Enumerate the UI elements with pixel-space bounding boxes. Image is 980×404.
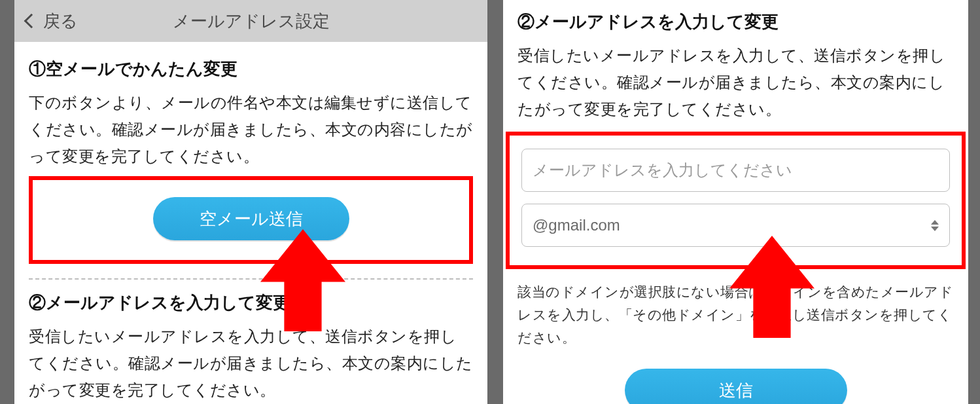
page-title: メールアドレス設定 <box>14 10 487 33</box>
section2-body-right: 受信したいメールアドレスを入力して、送信ボタンを押してください。確認メールが届き… <box>517 43 954 122</box>
screenshot-left: 戻る メールアドレス設定 ①空メールでかんたん変更 下のボタンより、メールの件名… <box>14 0 487 404</box>
section2-heading-left: ②メールアドレスを入力して変更 <box>29 291 473 314</box>
nav-header: 戻る メールアドレス設定 <box>14 0 487 42</box>
back-button[interactable]: 戻る <box>14 10 78 33</box>
section1-heading: ①空メールでかんたん変更 <box>29 58 473 81</box>
chevron-left-icon <box>24 14 39 29</box>
email-input[interactable] <box>521 149 950 192</box>
back-label: 戻る <box>43 10 78 33</box>
highlight-frame-2: @gmail.com <box>506 132 966 269</box>
screenshot-right: ②メールアドレスを入力して変更 受信したいメールアドレスを入力して、送信ボタンを… <box>503 0 968 404</box>
highlight-frame-1: 空メール送信 <box>29 176 473 264</box>
domain-select[interactable]: @gmail.com <box>521 204 950 247</box>
submit-button[interactable]: 送信 <box>625 369 847 404</box>
section2-body-left: 受信したいメールアドレスを入力して、送信ボタンを押してください。確認メールが届き… <box>29 323 473 403</box>
updown-icon <box>931 220 939 231</box>
send-blank-mail-button[interactable]: 空メール送信 <box>153 197 349 240</box>
section1-body: 下のボタンより、メールの件名や本文は編集せずに送信してください。確認メールが届き… <box>29 90 473 170</box>
section2-heading-right: ②メールアドレスを入力して変更 <box>517 10 954 33</box>
domain-note: 該当のドメインが選択肢にない場合はドメインを含めたメールアドレスを入力し、「その… <box>503 281 968 349</box>
domain-selected-value: @gmail.com <box>533 216 620 234</box>
content-area-right: ②メールアドレスを入力して変更 受信したいメールアドレスを入力して、送信ボタンを… <box>503 0 968 122</box>
section-divider <box>29 278 473 280</box>
content-area: ①空メールでかんたん変更 下のボタンより、メールの件名や本文は編集せずに送信して… <box>14 42 487 404</box>
